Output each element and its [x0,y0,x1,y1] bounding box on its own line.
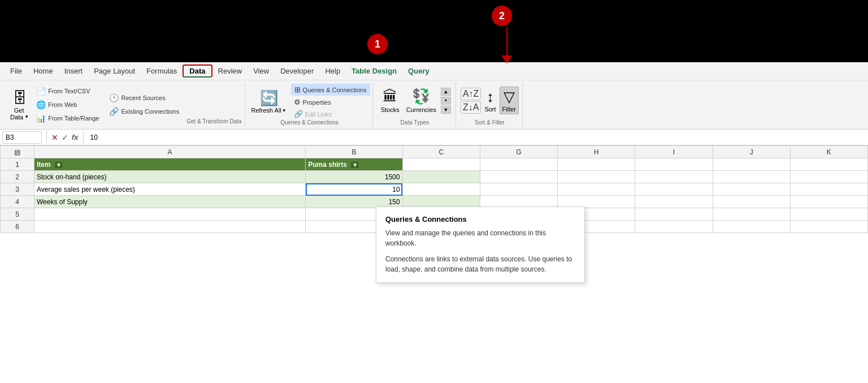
sort-za-icon: Z↓A [463,102,479,113]
cell-a3[interactable]: Average sales per week (pieces) [34,183,306,196]
cell-i5[interactable] [635,208,713,221]
recent-sources-button[interactable]: 🕐 Recent Sources [106,92,182,104]
cell-g3[interactable] [480,183,557,196]
cell-i3[interactable] [635,183,713,196]
cell-h1[interactable] [558,158,635,171]
step-badge-1: 1 [367,34,388,54]
cell-g1[interactable] [480,158,557,171]
col-header-c[interactable]: C [402,146,480,158]
stocks-button[interactable]: 🏛 Stocks [379,87,402,114]
cell-c1[interactable] [402,158,480,171]
from-text-csv-button[interactable]: 📄 From Text/CSV [33,85,102,97]
cell-k4[interactable] [790,196,867,208]
queries-connections-btn[interactable]: ⊞ Queries & Connections [291,84,370,96]
sort-icon: ↕ [487,88,494,106]
cell-b3[interactable]: 10 [306,183,403,196]
cell-a1[interactable]: Item ▼ [34,158,306,171]
menu-page-layout[interactable]: Page Layout [88,64,141,78]
menu-developer[interactable]: Developer [275,64,319,78]
menu-insert[interactable]: Insert [59,64,89,78]
confirm-icon[interactable]: ✓ [62,133,68,142]
get-data-button[interactable]: 🗄 Get Data ▼ [8,84,31,126]
scroll-mid[interactable]: ▾ [441,97,451,105]
cell-k5[interactable] [790,208,867,221]
menu-formulas[interactable]: Formulas [141,64,183,78]
refresh-icon: 🔄 [260,89,278,107]
cell-c3[interactable] [402,183,480,196]
from-web-label: From Web [48,101,77,108]
qc-buttons-list: ⊞ Queries & Connections ⚙ Properties 🔗 E… [291,84,370,119]
col-header-g[interactable]: G [480,146,557,158]
menu-file[interactable]: File [5,64,28,78]
sort-button[interactable]: ↕ Sort [482,87,498,114]
edit-links-btn[interactable]: 🔗 Edit Links [291,109,370,119]
from-table-range-button[interactable]: 📊 From Table/Range [33,113,102,124]
cell-reference-input[interactable] [2,131,42,144]
cell-h3[interactable] [558,183,635,196]
scroll-down[interactable]: ▼ [441,106,451,114]
menu-help[interactable]: Help [319,64,346,78]
transform-buttons: 📄 From Text/CSV 🌐 From Web 📊 From Table/… [31,84,104,126]
formula-bar: ✕ ✓ fx 10 [0,130,868,145]
properties-icon: ⚙ [294,98,301,106]
menu-home[interactable]: Home [28,64,59,78]
col-header-b[interactable]: B [306,146,403,158]
existing-connections-button[interactable]: 🔗 Existing Connections [106,106,182,117]
properties-btn[interactable]: ⚙ Properties [291,97,370,107]
cell-j3[interactable] [713,183,790,196]
cell-h2[interactable] [558,171,635,183]
cell-j6[interactable] [713,221,790,233]
cell-j5[interactable] [713,208,790,221]
currencies-button[interactable]: 💱 Currencies [404,87,439,114]
col-header-a[interactable]: A [34,146,306,158]
menu-table-design[interactable]: Table Design [346,64,402,78]
cell-g2[interactable] [480,171,557,183]
col-header-h[interactable]: H [558,146,635,158]
cell-c2[interactable] [402,171,480,183]
from-web-button[interactable]: 🌐 From Web [33,99,102,110]
cell-k6[interactable] [790,221,867,233]
cell-j2[interactable] [713,171,790,183]
cell-a5[interactable] [34,208,306,221]
cell-i2[interactable] [635,171,713,183]
cell-a4[interactable]: Weeks of Supply [34,196,306,208]
cell-i1[interactable] [635,158,713,171]
cell-i4[interactable] [635,196,713,208]
cell-j4[interactable] [713,196,790,208]
fx-icon[interactable]: fx [72,133,79,141]
refresh-all-button[interactable]: 🔄 Refresh All ▼ [249,88,288,115]
menu-data[interactable]: Data [183,64,212,78]
cell-b1[interactable]: Puma shirts ▼ [306,158,403,171]
col-header-k[interactable]: K [790,146,867,158]
corner-header: ▤ [1,146,34,158]
col-header-j[interactable]: J [713,146,790,158]
row-num-5: 5 [1,208,34,221]
col-header-i[interactable]: I [635,146,713,158]
sort-label: Sort [484,106,496,113]
cell-j1[interactable] [713,158,790,171]
sort-za-button[interactable]: Z↓A [461,101,481,114]
cell-b2[interactable]: 1500 [306,171,403,183]
menu-query[interactable]: Query [402,64,435,78]
menu-view[interactable]: View [248,64,275,78]
currencies-icon: 💱 [412,88,430,105]
cell-i6[interactable] [635,221,713,233]
filter-dropdown-a1[interactable]: ▼ [55,162,63,168]
data-types-scroll[interactable]: ▲ ▾ ▼ [441,88,451,114]
filter-dropdown-b1[interactable]: ▼ [351,162,359,168]
filter-button[interactable]: ▽ Filter [500,87,519,114]
source-buttons: 🕐 Recent Sources 🔗 Existing Connections [104,84,184,126]
recent-sources-icon: 🕐 [109,93,119,102]
row-num-6: 6 [1,221,34,233]
cancel-icon[interactable]: ✕ [51,133,58,142]
cell-k1[interactable] [790,158,867,171]
scroll-up[interactable]: ▲ [441,88,451,96]
edit-links-icon: 🔗 [294,110,303,118]
cell-k3[interactable] [790,183,867,196]
sort-az-button[interactable]: A↑Z [461,88,481,100]
existing-connections-icon: 🔗 [109,107,119,116]
menu-review[interactable]: Review [212,64,248,78]
cell-a6[interactable] [34,221,306,233]
cell-a2[interactable]: Stock on-hand (pieces) [34,171,306,183]
cell-k2[interactable] [790,171,867,183]
